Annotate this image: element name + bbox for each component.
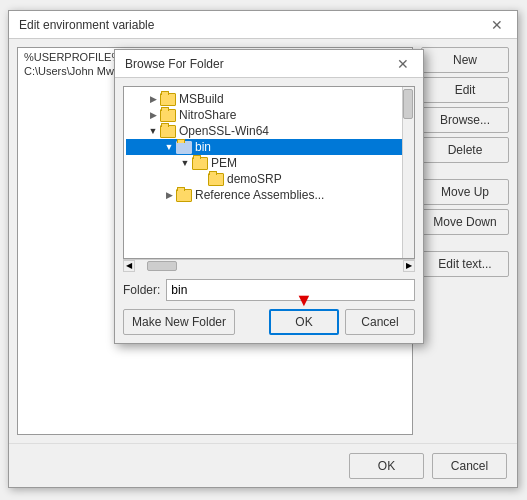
tree-item-msbuild[interactable]: ▶ MSBuild [126, 91, 412, 107]
new-button[interactable]: New [421, 47, 509, 73]
edit-text-button[interactable]: Edit text... [421, 251, 509, 277]
move-up-button[interactable]: Move Up [421, 179, 509, 205]
browse-button[interactable]: Browse... [421, 107, 509, 133]
label-msbuild: MSBuild [179, 92, 224, 106]
tree-item-openssl[interactable]: ▼ OpenSSL-Win64 [126, 123, 412, 139]
tree-horizontal-scrollbar[interactable]: ◀ ▶ [123, 259, 415, 271]
browse-cancel-button[interactable]: Cancel [345, 309, 415, 335]
browse-ok-cancel-group: ▼ OK Cancel [269, 309, 415, 335]
edit-button[interactable]: Edit [421, 77, 509, 103]
folder-icon-msbuild [160, 93, 176, 106]
tree-item-bin[interactable]: ▼ bin [126, 139, 412, 155]
main-dialog-title: Edit environment variable [19, 18, 154, 32]
arrow-bin: ▼ [162, 142, 176, 152]
right-button-group: New Edit Browse... Delete Move Up Move D… [421, 47, 509, 435]
browse-dialog-footer: Make New Folder ▼ OK Cancel [115, 309, 423, 343]
h-scroll-thumb [147, 261, 177, 271]
main-dialog: Edit environment variable ✕ %USERPROFILE… [8, 10, 518, 488]
red-arrow-indicator: ▼ [295, 291, 313, 309]
browse-close-button[interactable]: ✕ [393, 56, 413, 72]
label-bin: bin [195, 140, 211, 154]
label-openssl: OpenSSL-Win64 [179, 124, 269, 138]
folder-input-row: Folder: [123, 279, 415, 301]
main-dialog-footer: OK Cancel [9, 443, 517, 487]
browse-ok-button[interactable]: OK [269, 309, 339, 335]
h-scroll-track [147, 261, 391, 271]
tree-item-demosrp[interactable]: demoSRP [126, 171, 412, 187]
tree-item-pem[interactable]: ▼ PEM [126, 155, 412, 171]
label-nitroshare: NitroShare [179, 108, 236, 122]
tree-item-refassem[interactable]: ▶ Reference Assemblies... [126, 187, 412, 203]
move-down-button[interactable]: Move Down [421, 209, 509, 235]
folder-icon-nitroshare [160, 109, 176, 122]
folder-icon-demosrp [208, 173, 224, 186]
main-ok-button[interactable]: OK [349, 453, 424, 479]
h-scroll-right-btn[interactable]: ▶ [403, 260, 415, 272]
label-demosrp: demoSRP [227, 172, 282, 186]
delete-button[interactable]: Delete [421, 137, 509, 163]
h-scroll-left-btn[interactable]: ◀ [123, 260, 135, 272]
ok-button-wrapper: ▼ OK [269, 309, 339, 335]
arrow-nitroshare: ▶ [146, 110, 160, 120]
tree-item-nitroshare[interactable]: ▶ NitroShare [126, 107, 412, 123]
browse-title-bar: Browse For Folder ✕ [115, 50, 423, 78]
arrow-refassem: ▶ [162, 190, 176, 200]
folder-icon-pem [192, 157, 208, 170]
tree-vertical-scrollbar[interactable] [402, 87, 414, 258]
tree-scrollbar-thumb [403, 89, 413, 119]
tree-inner: ▶ MSBuild ▶ NitroShare ▼ OpenSSL- [124, 87, 414, 207]
arrow-msbuild: ▶ [146, 94, 160, 104]
folder-tree[interactable]: ▶ MSBuild ▶ NitroShare ▼ OpenSSL- [123, 86, 415, 259]
main-title-bar: Edit environment variable ✕ [9, 11, 517, 39]
browse-dialog: Browse For Folder ✕ ▶ MSBuild ▶ [114, 49, 424, 344]
label-pem: PEM [211, 156, 237, 170]
folder-input[interactable] [166, 279, 415, 301]
arrow-pem: ▼ [178, 158, 192, 168]
folder-icon-bin [176, 141, 192, 154]
arrow-openssl: ▼ [146, 126, 160, 136]
folder-label: Folder: [123, 283, 160, 297]
main-cancel-button[interactable]: Cancel [432, 453, 507, 479]
label-refassem: Reference Assemblies... [195, 188, 324, 202]
tree-container: ▶ MSBuild ▶ NitroShare ▼ OpenSSL- [123, 86, 415, 271]
folder-icon-refassem [176, 189, 192, 202]
folder-icon-openssl [160, 125, 176, 138]
browse-dialog-title: Browse For Folder [125, 57, 224, 71]
make-new-folder-button[interactable]: Make New Folder [123, 309, 235, 335]
main-close-button[interactable]: ✕ [487, 18, 507, 32]
